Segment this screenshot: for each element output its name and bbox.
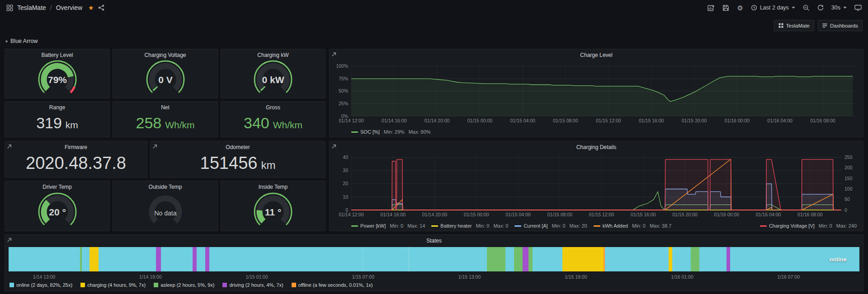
- x-tick-label: 1/14 13:00: [33, 274, 56, 280]
- legend-item[interactable]: kWh AddedMin: 0Max: 38.7: [594, 223, 672, 229]
- svg-text:01/15 12:00: 01/15 12:00: [596, 118, 621, 123]
- states-timeline-bar[interactable]: online: [9, 247, 859, 271]
- panel-title[interactable]: Charge Level: [330, 52, 863, 58]
- panel-outside-temp: Outside Temp No data: [113, 181, 218, 231]
- series-max: Max: 0: [493, 223, 508, 229]
- charging-voltage-gauge: 0 V: [113, 58, 217, 97]
- svg-text:100: 100: [844, 186, 853, 191]
- panel-title[interactable]: Charging Details: [330, 144, 863, 150]
- state-segment-asleep[interactable]: [487, 247, 505, 271]
- svg-text:0 kW: 0 kW: [262, 75, 284, 85]
- state-segment-driving[interactable]: [205, 247, 209, 271]
- legend-item[interactable]: SOC [%]Min: 29%Max: 80%: [351, 129, 431, 135]
- link-dashboards-label: Dashboards: [830, 23, 858, 28]
- svg-text:01/15 08:00: 01/15 08:00: [547, 212, 573, 217]
- panel-title[interactable]: Charging kW: [221, 52, 325, 58]
- state-segment-asleep[interactable]: [528, 247, 533, 271]
- top-navbar: TeslaMate / Overview ★ ⚙ Last 2 days: [0, 0, 868, 15]
- legend-item[interactable]: Current [A]Min: 0Max: 20: [514, 223, 587, 229]
- states-legend-item[interactable]: offline (a few seconds, 0.01%, 1x): [292, 282, 373, 288]
- state-segment-online[interactable]: [99, 247, 156, 271]
- panel-title[interactable]: Battery Level: [5, 52, 109, 58]
- svg-text:01/14 16:00: 01/14 16:00: [381, 212, 406, 217]
- charge-level-chart[interactable]: 01/14 12:0001/14 16:0001/14 20:0001/15 0…: [331, 60, 861, 125]
- charging-kw-gauge: 0 kW: [221, 58, 325, 97]
- state-segment-online[interactable]: [605, 247, 669, 271]
- svg-text:50%: 50%: [339, 88, 348, 93]
- state-segment-charging[interactable]: [562, 247, 603, 271]
- breadcrumb-current[interactable]: Overview: [56, 4, 82, 11]
- svg-text:01/14 20:00: 01/14 20:00: [422, 212, 448, 217]
- save-dashboard-icon[interactable]: [722, 5, 729, 11]
- refresh-interval-picker[interactable]: 30s: [831, 5, 847, 11]
- series-name: Battery heater: [440, 223, 472, 229]
- cycle-view-mode-icon[interactable]: [854, 5, 862, 11]
- state-segment-online[interactable]: [82, 247, 90, 271]
- states-legend-item[interactable]: charging (4 hours, 9%, 7x): [80, 282, 146, 288]
- charging-details-chart[interactable]: 01/14 12:0001/14 16:0001/14 20:0001/15 0…: [331, 152, 861, 219]
- state-segment-driving[interactable]: [193, 247, 197, 271]
- state-segment-online[interactable]: [672, 247, 691, 271]
- legend-item[interactable]: Power [kW]Min: 0Max: 14: [351, 223, 425, 229]
- states-legend-item[interactable]: online (2 days, 82%, 25x): [9, 282, 72, 288]
- series-min: Min: 0: [819, 223, 832, 229]
- refresh-button[interactable]: [817, 5, 824, 11]
- panel-title[interactable]: Outside Temp: [113, 184, 217, 190]
- state-segment-online[interactable]: [209, 247, 487, 271]
- state-segment-online[interactable]: [505, 247, 514, 271]
- svg-text:01/14 16:00: 01/14 16:00: [382, 118, 407, 123]
- panel-title[interactable]: Inside Temp: [221, 184, 325, 190]
- panel-driver-temp: Driver Temp 20 °: [5, 181, 110, 231]
- state-segment-driving[interactable]: [523, 247, 528, 271]
- states-legend-item[interactable]: driving (2 hours, 4%, 7x): [222, 282, 283, 288]
- state-segment-asleep[interactable]: [514, 247, 523, 271]
- series-color-swatch: [431, 225, 438, 227]
- gross-value: 340: [244, 114, 269, 132]
- breadcrumb-root[interactable]: TeslaMate: [17, 4, 46, 11]
- state-segment-charging[interactable]: [669, 247, 672, 271]
- panel-charge-level: Charge Level 01/14 12:0001/14 16:0001/14…: [329, 49, 863, 137]
- svg-text:01/14 20:00: 01/14 20:00: [425, 118, 450, 123]
- state-segment-online[interactable]: [533, 247, 562, 271]
- panel-title[interactable]: Charging Voltage: [113, 52, 217, 58]
- apps-grid-icon[interactable]: [6, 5, 13, 11]
- current-state-label: online: [830, 256, 847, 263]
- series-min: Min: 0: [476, 223, 489, 229]
- favorite-star-icon[interactable]: ★: [88, 4, 94, 11]
- time-range-label: Last 2 days: [760, 5, 789, 11]
- svg-text:01/14 12:00: 01/14 12:00: [339, 212, 364, 217]
- svg-text:150: 150: [844, 176, 853, 181]
- state-separator: [409, 247, 409, 271]
- row-header-blue-arrow[interactable]: ▾ Blue Arrow: [5, 38, 38, 44]
- panel-title[interactable]: Driver Temp: [5, 184, 109, 190]
- svg-text:01/16 04:00: 01/16 04:00: [756, 212, 781, 217]
- svg-text:01/16 00:00: 01/16 00:00: [714, 212, 740, 217]
- states-time-axis: 1/14 13:001/14 19:001/15 01:001/15 07:00…: [9, 274, 859, 280]
- share-icon[interactable]: [98, 5, 104, 11]
- time-range-picker[interactable]: Last 2 days: [751, 5, 795, 11]
- series-color-swatch: [351, 225, 358, 227]
- panel-title[interactable]: States: [5, 238, 863, 244]
- add-panel-icon[interactable]: [708, 5, 715, 11]
- state-segment-online[interactable]: [161, 247, 193, 271]
- state-segment-online[interactable]: [699, 247, 726, 271]
- link-teslamate[interactable]: TeslaMate: [774, 20, 814, 31]
- state-segment-online[interactable]: [197, 247, 205, 271]
- state-segment-driving[interactable]: [726, 247, 730, 271]
- state-segment-asleep[interactable]: [691, 247, 699, 271]
- state-segment-online[interactable]: [9, 247, 80, 271]
- zoom-out-icon[interactable]: [803, 5, 810, 11]
- legend-item[interactable]: Battery heaterMin: 0Max: 0: [431, 223, 508, 229]
- outside-temp-gauge: No data: [113, 190, 217, 230]
- svg-text:75%: 75%: [339, 76, 348, 81]
- svg-text:01/15 04:00: 01/15 04:00: [510, 118, 535, 123]
- state-segment-driving[interactable]: [156, 247, 161, 271]
- svg-text:01/15 08:00: 01/15 08:00: [553, 118, 578, 123]
- dashboard-settings-icon[interactable]: ⚙: [737, 5, 743, 11]
- breadcrumb: TeslaMate / Overview ★: [6, 4, 104, 11]
- link-dashboards[interactable]: Dashboards: [818, 20, 863, 31]
- states-legend-item[interactable]: asleep (2 hours, 5%, 9x): [154, 282, 214, 288]
- state-segment-charging[interactable]: [90, 247, 99, 271]
- x-tick-label: 1/16 07:00: [777, 274, 800, 280]
- legend-item[interactable]: Charging Voltage [V]Min: 0Max: 240: [760, 223, 857, 229]
